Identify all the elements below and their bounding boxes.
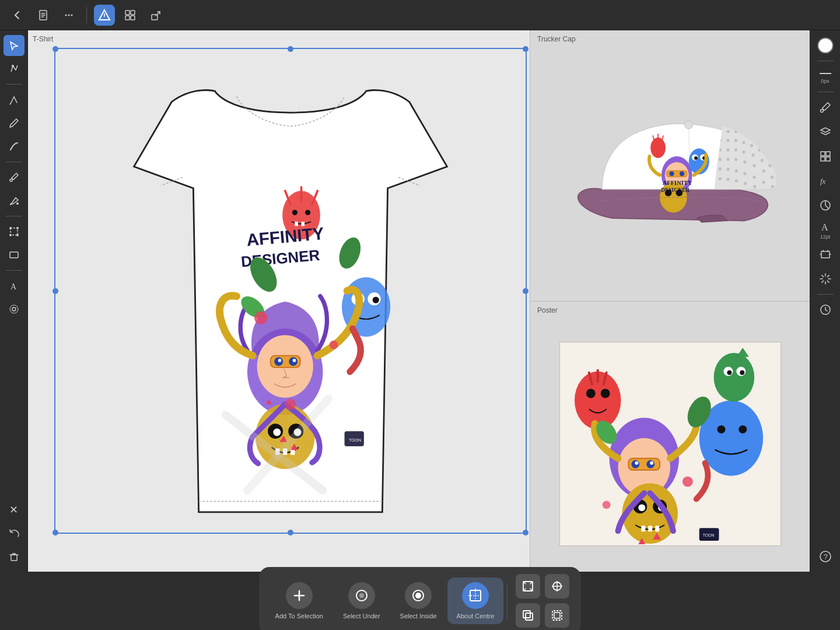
svg-point-75 — [758, 148, 761, 151]
svg-point-102 — [753, 185, 756, 188]
svg-point-72 — [734, 139, 737, 142]
svg-point-88 — [752, 164, 755, 167]
svg-point-141 — [713, 353, 754, 402]
svg-point-65 — [734, 130, 737, 133]
svg-point-147 — [586, 388, 595, 398]
svg-point-103 — [684, 120, 692, 128]
svg-point-67 — [750, 134, 752, 137]
svg-point-64 — [726, 130, 729, 133]
export-button[interactable] — [145, 5, 166, 26]
svg-rect-19 — [10, 252, 18, 258]
dropper-tool[interactable] — [815, 97, 836, 118]
color-swatch[interactable] — [815, 35, 836, 56]
svg-point-69 — [765, 142, 768, 145]
rectangle-tool[interactable] — [4, 244, 24, 265]
close-tool[interactable]: ✕ — [4, 499, 24, 520]
brush-tool[interactable] — [4, 136, 24, 157]
select-bounds-icon-btn[interactable] — [516, 574, 540, 598]
adjust-tool[interactable] — [815, 195, 836, 216]
trucker-cap-image[interactable]: AFFINITY DESIGNER — [530, 30, 810, 301]
svg-text:DESIGNER: DESIGNER — [661, 187, 690, 193]
svg-point-3 — [71, 14, 73, 16]
svg-point-30 — [293, 359, 296, 362]
svg-point-76 — [767, 152, 770, 155]
svg-rect-166 — [821, 251, 830, 258]
affinity-designer-button[interactable] — [94, 5, 115, 26]
paint-bucket[interactable] — [4, 190, 24, 211]
fx-tool[interactable]: fx — [815, 170, 836, 191]
stroke-width-tool[interactable]: 0px — [815, 66, 836, 87]
svg-rect-134 — [648, 526, 652, 531]
trucker-cap-label: Trucker Cap — [537, 35, 576, 43]
svg-point-93 — [734, 169, 737, 172]
add-to-selection-button[interactable]: Add To Selection — [266, 578, 332, 624]
history-tool[interactable] — [815, 299, 836, 320]
select-under-label: Select Under — [343, 612, 380, 620]
svg-rect-184 — [526, 613, 533, 620]
undo-tool[interactable] — [4, 523, 24, 544]
pen-tool[interactable] — [4, 89, 24, 110]
select-inside-icon — [405, 582, 432, 609]
svg-point-16 — [16, 227, 19, 229]
pencil-tool[interactable] — [4, 113, 24, 134]
move-tool[interactable] — [4, 35, 24, 56]
svg-point-127 — [650, 461, 653, 465]
svg-point-148 — [600, 388, 610, 398]
select-inside-label: Select Inside — [400, 612, 437, 620]
svg-point-94 — [743, 172, 746, 175]
intersect-icon-btn[interactable] — [516, 603, 540, 628]
grid-tool[interactable] — [815, 146, 836, 167]
select-under-button[interactable]: Select Under — [334, 578, 390, 624]
bottom-tools-container: Add To Selection Select Under Select Ins… — [259, 567, 582, 630]
svg-text:TOON: TOON — [702, 533, 714, 537]
svg-rect-7 — [131, 10, 135, 15]
canvas-area[interactable]: T-Shirt — [28, 30, 530, 572]
svg-point-18 — [16, 234, 19, 236]
text-tool[interactable]: A — [4, 275, 24, 296]
node2-tool[interactable] — [4, 299, 24, 320]
character-tool[interactable]: A 12pt — [815, 219, 836, 240]
about-centre-label: About Centre — [457, 612, 495, 620]
svg-rect-186 — [554, 612, 560, 618]
crop-tool[interactable] — [4, 221, 24, 242]
help-button[interactable]: ? — [815, 546, 836, 567]
svg-point-89 — [762, 169, 765, 172]
canvas-label: T-Shirt — [33, 35, 53, 43]
doc-button[interactable] — [33, 5, 54, 26]
select-under-icon — [348, 582, 375, 609]
delete-tool[interactable] — [4, 546, 24, 567]
svg-point-98 — [718, 177, 721, 180]
svg-point-126 — [635, 461, 638, 465]
svg-point-84 — [718, 158, 721, 160]
svg-point-131 — [638, 504, 645, 511]
about-centre-button[interactable]: About Centre — [447, 578, 504, 624]
back-button[interactable] — [7, 5, 28, 26]
more-button[interactable] — [58, 5, 79, 26]
svg-rect-162 — [826, 157, 830, 161]
eyedropper-tool[interactable] — [4, 167, 24, 188]
svg-point-2 — [68, 14, 70, 16]
bottom-divider — [507, 583, 508, 618]
svg-point-74 — [750, 144, 752, 147]
svg-point-151 — [682, 476, 692, 487]
sparkle-tool[interactable] — [815, 268, 836, 289]
svg-point-1 — [65, 14, 67, 16]
left-toolbar: A ✕ — [0, 30, 28, 572]
select-inside-button[interactable]: Select Inside — [391, 578, 446, 624]
tool-sep-2 — [6, 162, 22, 162]
bottom-icon-row-2 — [516, 603, 569, 628]
grid-view-button[interactable] — [120, 5, 141, 26]
svg-rect-135 — [655, 526, 659, 531]
crosshair-icon-btn[interactable] — [545, 574, 569, 598]
transform-tool[interactable] — [815, 244, 836, 265]
node-tool[interactable] — [4, 58, 24, 79]
svg-point-54 — [254, 312, 267, 324]
svg-rect-23 — [11, 555, 17, 561]
svg-rect-133 — [641, 526, 645, 531]
poster-image[interactable]: TOON — [530, 302, 810, 572]
layers-tool[interactable] — [815, 121, 836, 142]
svg-point-33 — [305, 210, 310, 215]
svg-point-101 — [744, 182, 747, 185]
svg-point-91 — [718, 167, 721, 170]
expand-icon-btn[interactable] — [545, 603, 569, 628]
